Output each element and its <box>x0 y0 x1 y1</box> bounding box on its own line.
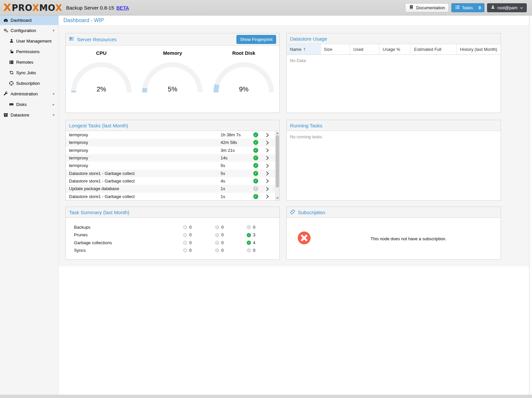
no-data-text: No Data <box>287 55 501 66</box>
chevron-right-icon[interactable] <box>265 133 269 137</box>
memory-gauge-value: 5% <box>141 85 204 93</box>
sidebar-nav: Dashboard Configuration ▾ User Managemen… <box>0 16 59 395</box>
summary-row-prunes: Prunes 0 0 3 <box>66 231 279 239</box>
column-header-estimated-full[interactable]: Estimated Full <box>411 44 457 54</box>
status-ok-icon <box>253 171 258 176</box>
top-header-bar: XPROXMOX Backup Server 0.8-15 BETA Docum… <box>0 0 532 16</box>
chevron-right-icon[interactable] <box>265 141 269 145</box>
running-tasks-header: Running Tasks <box>287 120 501 131</box>
ok-count-icon <box>247 241 251 245</box>
sidebar-item-configuration[interactable]: Configuration ▾ <box>0 25 58 36</box>
subscription-header: Subscription <box>287 207 501 218</box>
scroll-up-arrow[interactable] <box>276 132 279 134</box>
sidebar-item-sync-jobs[interactable]: Sync Jobs <box>0 67 58 78</box>
ok-count-icon <box>247 233 251 237</box>
cpu-gauge: CPU 2% <box>68 50 135 94</box>
ok-count-icon <box>247 225 251 229</box>
task-row[interactable]: termproxy14s <box>66 154 275 162</box>
tachometer-icon <box>3 18 9 23</box>
scroll-down-arrow[interactable] <box>276 197 279 199</box>
panel-title: Subscription <box>298 210 325 215</box>
scrollbar-vertical[interactable] <box>275 131 279 200</box>
chevron-right-icon[interactable] <box>265 194 269 199</box>
unlock-icon <box>9 49 14 54</box>
chevron-right-icon[interactable] <box>265 187 269 191</box>
datastore-table-header: Name↑ Size Used Usage % Estimated Full H… <box>287 44 501 55</box>
resources-bars-icon <box>69 36 74 42</box>
task-row[interactable]: termproxy5s <box>66 162 275 169</box>
sidebar-item-administration[interactable]: Administration ▾ <box>0 88 58 99</box>
main-scrollbar-track[interactable] <box>529 16 532 395</box>
sidebar-item-remotes[interactable]: Remotes <box>0 57 58 67</box>
error-count-icon <box>183 225 187 229</box>
page-title: Dashboard - WIP <box>63 17 104 23</box>
panel-title: Server Resources <box>77 37 117 42</box>
column-header-used[interactable]: Used <box>350 44 379 54</box>
gauges-row: CPU 2% Memory <box>66 46 279 94</box>
task-list-icon <box>455 5 460 11</box>
column-header-history[interactable]: History (last Month) <box>457 44 501 54</box>
status-ok-icon <box>253 155 258 160</box>
no-running-tasks-text: No running tasks <box>287 131 501 143</box>
product-name: Backup Server 0.8-15 <box>66 5 114 11</box>
panel-title: Datastore Usage <box>290 36 327 42</box>
book-icon <box>409 5 414 11</box>
tasks-count-badge: 0 <box>479 5 481 10</box>
column-header-usage[interactable]: Usage % <box>379 44 411 54</box>
sidebar-item-user-management[interactable]: User Management <box>0 36 58 46</box>
memory-gauge: Memory 5% <box>139 50 206 94</box>
gears-icon <box>3 28 9 33</box>
proxmox-logo: XPROXMOX <box>3 0 62 16</box>
tasks-button[interactable]: Tasks 0 <box>451 3 484 12</box>
task-summary-header: Task Summary (last Month) <box>66 207 279 218</box>
page-title-bar: Dashboard - WIP <box>59 16 529 25</box>
chevron-right-icon[interactable] <box>265 148 269 152</box>
task-row[interactable]: termproxy3m 21s <box>66 147 275 154</box>
user-icon <box>491 5 495 10</box>
show-fingerprint-button[interactable]: Show Fingerprint <box>236 35 276 44</box>
task-row[interactable]: termproxy1h 38m 7s <box>66 131 275 139</box>
warning-count-icon <box>215 241 219 245</box>
column-header-size[interactable]: Size <box>321 44 350 54</box>
chevron-right-icon[interactable] <box>265 179 269 183</box>
bottom-scrollbar-track[interactable] <box>0 395 532 398</box>
sync-icon <box>9 70 14 75</box>
expander-down-icon: ▾ <box>53 113 54 117</box>
chevron-right-icon[interactable] <box>265 171 269 176</box>
subscription-body: This node does not have a subscription. <box>287 218 501 259</box>
ticket-icon <box>290 209 295 216</box>
sidebar-item-permissions[interactable]: Permissions <box>0 46 58 57</box>
user-menu-button[interactable]: root@pam <box>487 3 527 12</box>
archive-box-icon <box>3 113 9 117</box>
datastore-usage-panel: Datastore Usage Name↑ Size Used Usage % … <box>286 33 501 113</box>
expander-down-icon: ▾ <box>53 28 54 33</box>
cpu-gauge-value: 2% <box>70 85 133 93</box>
sidebar-item-disks[interactable]: Disks ▸ <box>0 99 58 110</box>
beta-link[interactable]: BETA <box>116 5 129 11</box>
column-header-name[interactable]: Name↑ <box>287 44 321 54</box>
sidebar-item-dashboard[interactable]: Dashboard <box>0 16 58 25</box>
documentation-button[interactable]: Documentation <box>405 3 448 12</box>
server-list-icon <box>9 60 14 65</box>
expander-down-icon: ▾ <box>53 92 54 96</box>
error-count-icon <box>183 241 187 245</box>
task-row[interactable]: Datastore store1 - Garbage collect1s <box>66 193 275 200</box>
task-summary-body: Backups 0 0 0 Prunes 0 0 3 Garbage colle… <box>66 218 279 254</box>
status-ok-icon <box>253 132 258 137</box>
chevron-right-icon[interactable] <box>265 156 269 160</box>
expander-right-icon: ▸ <box>53 102 54 107</box>
dashboard-area: Server Resources Show Fingerprint CPU 2% <box>59 25 529 266</box>
sidebar-item-datastore[interactable]: Datastore ▾ <box>0 110 58 120</box>
sidebar-item-subscription[interactable]: Subscription <box>0 78 58 88</box>
datastore-usage-header: Datastore Usage <box>287 33 501 44</box>
root-disk-gauge-value: 9% <box>212 85 275 93</box>
panel-title: Task Summary (last Month) <box>69 210 129 215</box>
task-row[interactable]: Datastore store1 - Garbage collect4s <box>66 177 275 185</box>
longest-tasks-header: Longest Tasks (last Month) <box>66 120 279 131</box>
chevron-right-icon[interactable] <box>265 164 269 168</box>
task-row[interactable]: Update package database1s <box>66 185 275 192</box>
task-row[interactable]: termproxy42m 58s <box>66 139 275 146</box>
task-row[interactable]: Datastore store1 - Garbage collect5s <box>66 170 275 177</box>
scrollbar-thumb[interactable] <box>276 135 279 187</box>
subscription-panel: Subscription This node does not have a s… <box>286 207 501 260</box>
